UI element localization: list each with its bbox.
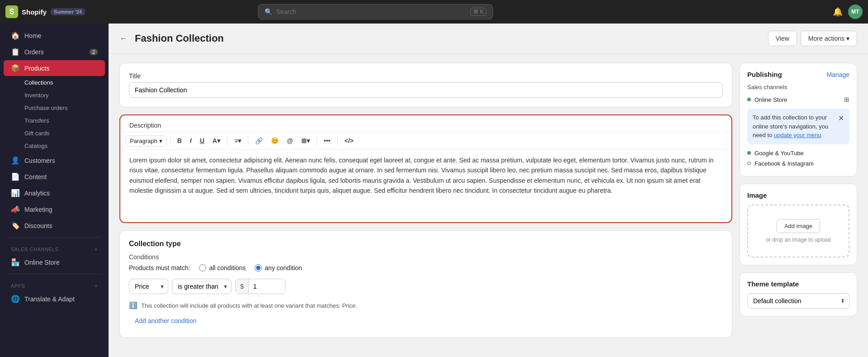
content-icon: 📄 — [11, 172, 20, 181]
expand-icon[interactable]: + — [95, 247, 98, 252]
theme-select-wrap: Default collection Custom collection — [747, 293, 849, 309]
editor-toolbar: Paragraph ▾ B I U A▾ ≡▾ 🔗 😊 @ — [120, 132, 731, 150]
conditions-label: Conditions — [129, 253, 723, 261]
table-button[interactable]: ⊞▾ — [298, 135, 313, 147]
title-input[interactable] — [129, 82, 723, 98]
more-toolbar-button[interactable]: ••• — [321, 135, 334, 147]
apps-section: Apps + — [0, 278, 109, 290]
description-text: Lorem ipsum dolor sit amet, consectetur … — [129, 155, 722, 196]
code-button[interactable]: </> — [342, 135, 357, 147]
drop-text: or drop an image to upload — [766, 237, 830, 243]
sidebar-item-gift-cards-label: Gift cards — [24, 130, 50, 137]
summer-badge: Summer '24 — [50, 8, 85, 15]
all-conditions-input[interactable] — [199, 264, 206, 271]
page-header: ← Fashion Collection View More actions ▾ — [109, 24, 868, 54]
info-box-text: To add this collection to your online st… — [753, 113, 835, 140]
online-store-dot — [747, 98, 751, 101]
view-button[interactable]: View — [768, 31, 797, 46]
sidebar-item-analytics[interactable]: 📊 Analytics — [4, 185, 105, 201]
sidebar-item-home[interactable]: 🏠 Home — [4, 28, 105, 43]
sidebar-item-orders[interactable]: 📋 Orders 2 — [4, 44, 105, 60]
sidebar-item-marketing-label: Marketing — [24, 206, 52, 213]
analytics-icon: 📊 — [11, 189, 20, 197]
condition-field-select[interactable]: Price Title Type Vendor Tag — [129, 279, 168, 294]
translate-icon: 🌐 — [11, 295, 20, 303]
sidebar-item-content-label: Content — [24, 173, 47, 181]
toolbar-divider-5 — [337, 136, 338, 145]
image-dropzone[interactable]: Add image or drop an image to upload — [747, 205, 849, 257]
more-actions-label: More actions — [808, 35, 844, 42]
info-icon: ℹ️ — [129, 301, 138, 309]
condition-operator-select[interactable]: is greater than is less than is equal to — [172, 279, 232, 294]
condition-value-input[interactable] — [249, 279, 285, 294]
main-content-area: ← Fashion Collection View More actions ▾… — [109, 24, 868, 357]
any-condition-label: any condition — [265, 264, 302, 271]
all-conditions-radio[interactable]: all conditions — [199, 264, 246, 271]
theme-template-card: Theme template Default collection Custom… — [740, 272, 857, 316]
discounts-icon: 🏷️ — [11, 221, 20, 230]
notifications-button[interactable]: 🔔 — [833, 7, 843, 17]
sidebar-divider-1 — [7, 237, 101, 238]
sidebar-item-catalogs[interactable]: Catalogs — [4, 140, 105, 152]
theme-select[interactable]: Default collection Custom collection — [747, 293, 849, 309]
update-menu-link[interactable]: update your menu — [774, 132, 821, 138]
more-actions-button[interactable]: More actions ▾ — [801, 31, 857, 46]
apps-expand-icon[interactable]: + — [95, 283, 98, 289]
sidebar-item-inventory-label: Inventory — [24, 92, 48, 99]
sidebar-item-home-label: Home — [24, 32, 41, 39]
facebook-channel: Facebook & Instagram — [747, 158, 849, 169]
sidebar-item-collections-label: Collections — [24, 79, 53, 86]
sidebar-item-translate[interactable]: 🌐 Translate & Adapt — [4, 291, 105, 307]
brand-logo[interactable]: S Shopify Summer '24 — [5, 5, 85, 18]
sidebar-item-inventory[interactable]: Inventory — [4, 89, 105, 101]
sales-channels-section: Sales channels + — [0, 241, 109, 254]
toolbar-divider-2 — [227, 136, 228, 145]
marketing-icon: 📣 — [11, 205, 20, 214]
image-card: Image Add image or drop an image to uplo… — [740, 184, 857, 265]
any-condition-input[interactable] — [255, 264, 262, 271]
sidebar-item-purchase-orders[interactable]: Purchase orders — [4, 102, 105, 114]
online-store-icon: 🏪 — [11, 258, 20, 267]
search-container: 🔍 ⌘ K — [258, 4, 493, 19]
add-condition-button[interactable]: Add another condition — [129, 313, 202, 328]
sidebar-item-gift-cards[interactable]: Gift cards — [4, 127, 105, 139]
emoji-button[interactable]: 😊 — [268, 135, 282, 147]
sidebar-item-content[interactable]: 📄 Content — [4, 169, 105, 185]
manage-link[interactable]: Manage — [826, 71, 849, 78]
collection-type-title: Collection type — [129, 240, 723, 248]
facebook-dot — [747, 162, 751, 165]
any-condition-radio[interactable]: any condition — [255, 264, 302, 271]
sidebar-item-marketing[interactable]: 📣 Marketing — [4, 201, 105, 217]
top-navigation: S Shopify Summer '24 🔍 ⌘ K 🔔 MT — [0, 0, 868, 24]
add-image-button[interactable]: Add image — [777, 219, 820, 233]
paragraph-select[interactable]: Paragraph ▾ — [126, 135, 166, 147]
title-card: Title — [119, 63, 732, 107]
search-box[interactable]: 🔍 ⌘ K — [258, 4, 493, 19]
publishing-header: Publishing Manage — [747, 71, 849, 78]
sidebar-item-discounts[interactable]: 🏷️ Discounts — [4, 218, 105, 233]
underline-button[interactable]: U — [197, 135, 208, 147]
info-box-close-button[interactable]: ✕ — [838, 113, 844, 124]
font-color-button[interactable]: A▾ — [209, 135, 223, 147]
toolbar-divider-4 — [317, 136, 317, 145]
avatar[interactable]: MT — [848, 5, 863, 19]
back-button[interactable]: ← — [119, 34, 128, 43]
search-input[interactable] — [276, 8, 467, 15]
condition-row: Price Title Type Vendor Tag is greater t… — [129, 279, 723, 294]
search-icon: 🔍 — [265, 8, 272, 15]
sidebar-item-products[interactable]: 📦 Products — [4, 60, 105, 76]
sidebar-item-transfers[interactable]: Transfers — [4, 114, 105, 127]
align-button[interactable]: ≡▾ — [231, 135, 244, 147]
online-store-channel: Online Store ⊞ — [747, 94, 849, 105]
mention-button[interactable]: @ — [284, 135, 296, 147]
bold-button[interactable]: B — [174, 135, 185, 147]
match-radio-group: Products must match: all conditions any … — [129, 264, 723, 271]
sidebar-item-online-store[interactable]: 🏪 Online Store — [4, 254, 105, 270]
italic-button[interactable]: I — [187, 135, 195, 147]
sidebar-item-collections[interactable]: Collections — [4, 76, 105, 89]
link-button[interactable]: 🔗 — [252, 135, 266, 147]
match-label: Products must match: — [129, 264, 190, 271]
sidebar-item-catalogs-label: Catalogs — [24, 143, 47, 149]
description-content[interactable]: Lorem ipsum dolor sit amet, consectetur … — [120, 150, 731, 222]
sidebar-item-customers[interactable]: 👤 Customers — [4, 152, 105, 168]
